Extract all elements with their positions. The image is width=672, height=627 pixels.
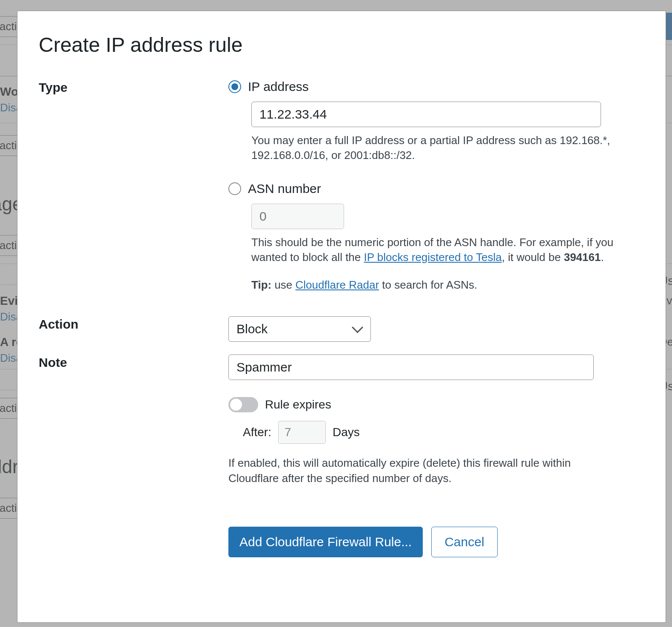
rule-expires-label: Rule expires [265,398,331,411]
cancel-button[interactable]: Cancel [431,527,497,557]
asn-tip-text: Tip: use Cloudflare Radar to search for … [251,278,617,292]
action-label: Action [39,316,226,332]
asn-number-radio[interactable] [228,182,241,195]
add-firewall-rule-button[interactable]: Add Cloudflare Firewall Rule... [228,527,423,557]
modal-title: Create IP address rule [39,33,644,57]
expire-days-unit: Days [333,426,360,439]
expire-help-text: If enabled, this will automatically expi… [228,456,586,485]
expire-after-label: After: [243,426,271,439]
ip-address-radio-label: IP address [248,79,309,94]
ip-address-radio[interactable] [228,80,241,93]
rule-expires-toggle[interactable] [228,397,258,412]
note-input[interactable] [228,355,594,380]
asn-number-input[interactable] [251,204,344,229]
tesla-ip-blocks-link[interactable]: IP blocks registered to Tesla [364,251,502,264]
note-label: Note [39,355,226,370]
type-label: Type [39,79,226,95]
cloudflare-radar-link[interactable]: Cloudflare Radar [296,278,379,291]
asn-help-text: This should be the numeric portion of th… [251,235,617,265]
create-ip-rule-modal: Create IP address rule Type IP address Y… [17,11,666,623]
ip-help-text: You may enter a full IP address or a par… [251,133,617,163]
action-select[interactable]: Block [228,316,371,342]
expire-days-input[interactable] [278,421,326,444]
asn-number-radio-label: ASN number [248,182,321,196]
ip-address-input[interactable] [251,102,601,127]
